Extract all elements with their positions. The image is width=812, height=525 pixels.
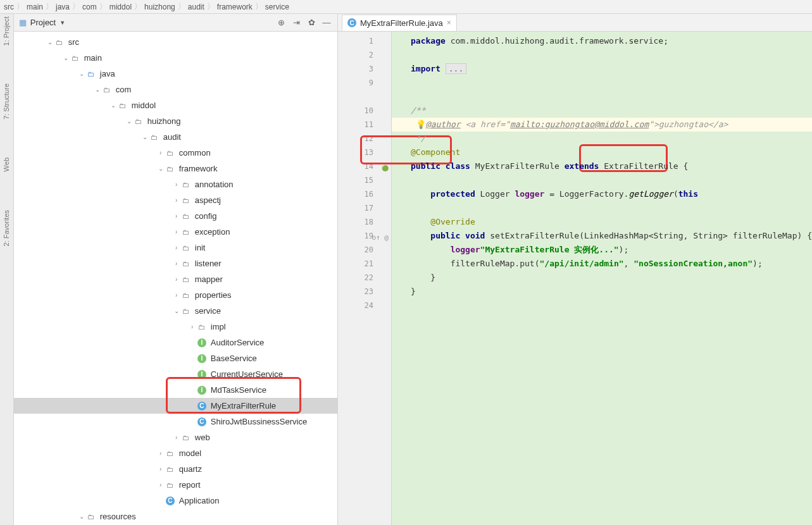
chevron-icon[interactable]: ⌄	[93, 86, 102, 93]
tree-item-src[interactable]: ⌄🗀src	[14, 34, 337, 50]
chevron-icon[interactable]: ⌄	[172, 307, 181, 314]
folder-icon: 🗀	[86, 512, 96, 522]
tree-item-aspectj[interactable]: ›🗀aspectj	[14, 192, 337, 208]
breadcrumb-item[interactable]: framework	[217, 3, 253, 11]
folder-icon: 🗀	[165, 480, 175, 490]
chevron-icon[interactable]: ⌄	[77, 70, 86, 77]
chevron-icon[interactable]: ›	[172, 228, 181, 235]
tree-item-application[interactable]: ·CApplication	[14, 493, 337, 509]
tree-item-model[interactable]: ›🗀model	[14, 445, 337, 461]
chevron-icon[interactable]: ⌄	[46, 39, 54, 46]
app-window: src〉 main〉 java〉 com〉 middol〉 huizhong〉 …	[0, 0, 812, 525]
tree-item-mdtaskservice[interactable]: ·IMdTaskService	[14, 382, 337, 398]
tree-item-myextrafilterrule[interactable]: ·CMyExtraFilterRule	[14, 398, 337, 414]
tree-item-middol[interactable]: ⌄🗀middol	[14, 97, 337, 113]
line-number: 18	[338, 215, 391, 229]
folder-icon: 🗀	[181, 275, 191, 285]
rail-structure[interactable]: 7: Structure	[3, 83, 10, 120]
tree-item-baseservice[interactable]: ·IBaseService	[14, 350, 337, 366]
folder-icon: 🗀	[134, 116, 144, 127]
folder-icon: 🗀	[165, 448, 175, 459]
chevron-icon[interactable]: ›	[172, 276, 181, 283]
chevron-icon[interactable]: ⌄	[125, 118, 134, 125]
tree-item-java[interactable]: ⌄🗀java	[14, 66, 337, 82]
code-area[interactable]: package com.middol.huizhong.audit.framew…	[392, 32, 812, 525]
tree-item-web[interactable]: ›🗀web	[14, 429, 337, 445]
breadcrumb-item[interactable]: middol	[109, 3, 132, 11]
line-number: 17	[338, 201, 391, 215]
tree-item-audit[interactable]: ⌄🗀audit	[14, 129, 337, 145]
hide-icon[interactable]: —	[321, 17, 332, 28]
tree-item-currentuserservice[interactable]: ·ICurrentUserService	[14, 366, 337, 382]
tree-label: MdTaskService	[211, 385, 266, 395]
tree-item-common[interactable]: ›🗀common	[14, 145, 337, 161]
chevron-icon[interactable]: ⌄	[109, 102, 118, 109]
tree-label: properties	[195, 290, 232, 300]
tree-item-service[interactable]: ⌄🗀service	[14, 303, 337, 319]
chevron-icon[interactable]: ›	[172, 434, 181, 441]
tree-label: AuditorService	[211, 338, 265, 347]
project-panel: ▦ Project ▼ ⊕ ⇥ ✿ — ⌄🗀src⌄🗀main⌄🗀java⌄🗀c…	[14, 14, 338, 525]
target-icon[interactable]: ⊕	[275, 17, 287, 28]
close-icon[interactable]: ×	[447, 18, 451, 27]
folder-icon: 🗀	[197, 322, 207, 332]
editor[interactable]: 12391011121314🟢1516171819o↑ @2021222324 …	[338, 32, 812, 525]
tree-item-framework[interactable]: ⌄🗀framework	[14, 161, 337, 176]
line-number: 23	[338, 285, 391, 299]
tree-item-annotation[interactable]: ›🗀annotation	[14, 176, 337, 192]
tree-label: aspectj	[195, 195, 221, 205]
rail-web[interactable]: Web	[3, 158, 10, 171]
tree-item-quartz[interactable]: ›🗀quartz	[14, 461, 337, 477]
tree-item-com[interactable]: ⌄🗀com	[14, 82, 337, 97]
interface-icon: I	[197, 338, 207, 348]
tree-item-resources[interactable]: ⌄🗀resources	[14, 509, 337, 524]
breadcrumb-item[interactable]: com	[82, 3, 97, 11]
breadcrumb-item[interactable]: service	[265, 3, 289, 11]
chevron-icon[interactable]: ›	[172, 260, 181, 267]
rail-project[interactable]: 1: Project	[3, 16, 10, 46]
breadcrumb-item[interactable]: src	[4, 3, 14, 11]
rail-favorites[interactable]: 2: Favorites	[3, 210, 10, 246]
tree-item-huizhong[interactable]: ⌄🗀huizhong	[14, 113, 337, 129]
tree-item-listener[interactable]: ›🗀listener	[14, 256, 337, 271]
chevron-icon[interactable]: ›	[172, 213, 181, 219]
chevron-icon[interactable]: ›	[172, 244, 181, 251]
breadcrumb-item[interactable]: main	[27, 3, 43, 11]
breadcrumb-item[interactable]: java	[56, 3, 70, 11]
tree-item-mapper[interactable]: ›🗀mapper	[14, 271, 337, 287]
breadcrumb-item[interactable]: huizhong	[144, 3, 175, 11]
tree-item-impl[interactable]: ›🗀impl	[14, 319, 337, 335]
tree-item-properties[interactable]: ›🗀properties	[14, 287, 337, 303]
chevron-icon[interactable]: ›	[172, 181, 181, 188]
tree-label: src	[68, 37, 79, 47]
tree-item-main[interactable]: ⌄🗀main	[14, 50, 337, 66]
breadcrumb-item[interactable]: audit	[188, 3, 204, 11]
line-number: 15	[338, 173, 391, 187]
tab-myextrafilterrule[interactable]: C MyExtraFilterRule.java ×	[342, 15, 457, 31]
tree-item-report[interactable]: ›🗀report	[14, 477, 337, 493]
line-number: 10	[338, 104, 391, 118]
collapse-icon[interactable]: ⇥	[290, 17, 302, 28]
chevron-icon[interactable]: ⌄	[61, 54, 70, 61]
project-tree[interactable]: ⌄🗀src⌄🗀main⌄🗀java⌄🗀com⌄🗀middol⌄🗀huizhong…	[14, 32, 337, 525]
chevron-icon[interactable]: ›	[188, 323, 197, 330]
chevron-icon[interactable]: ›	[172, 197, 181, 204]
chevron-down-icon[interactable]: ▼	[59, 20, 65, 26]
chevron-icon[interactable]: ›	[172, 292, 181, 299]
folder-icon: 🗀	[102, 85, 112, 95]
chevron-icon[interactable]: ›	[156, 149, 165, 156]
chevron-icon[interactable]: ⌄	[141, 133, 149, 140]
folder-icon: 🗀	[70, 53, 80, 63]
tree-item-auditorservice[interactable]: ·IAuditorService	[14, 335, 337, 350]
chevron-icon[interactable]: ⌄	[77, 513, 86, 520]
gear-icon[interactable]: ✿	[306, 17, 317, 28]
tree-item-shirojwtbussinessservice[interactable]: ·CShiroJwtBussinessService	[14, 414, 337, 429]
chevron-icon[interactable]: ›	[156, 481, 165, 488]
tree-item-init[interactable]: ›🗀init	[14, 240, 337, 256]
line-number: 1	[338, 34, 391, 48]
tree-item-exception[interactable]: ›🗀exception	[14, 224, 337, 240]
tree-item-config[interactable]: ›🗀config	[14, 208, 337, 224]
chevron-icon[interactable]: ›	[156, 450, 165, 457]
chevron-icon[interactable]: ⌄	[156, 165, 165, 172]
chevron-icon[interactable]: ›	[156, 466, 165, 472]
